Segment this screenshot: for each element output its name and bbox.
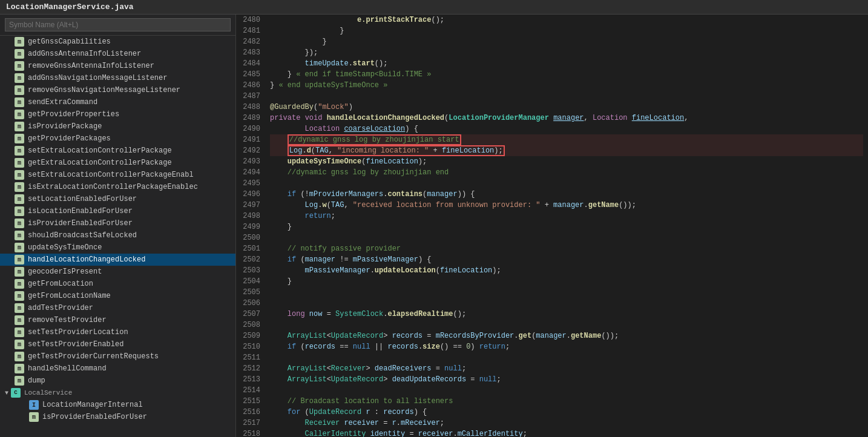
code-line [270, 91, 863, 102]
symbol-item[interactable]: msetTestProviderLocation [0, 326, 235, 338]
symbol-item[interactable]: mdump [0, 375, 235, 387]
method-icon: m [15, 231, 24, 240]
code-line: if (manager != mPassiveManager) { [270, 254, 863, 265]
symbol-item[interactable]: mremoveTestProvider [0, 314, 235, 326]
symbol-label: dump [28, 376, 45, 385]
symbol-label: removeGnssAntennaInfoListener [28, 62, 154, 70]
symbol-item[interactable]: msetExtraLocationControllerPackageEnabl [0, 169, 235, 181]
symbol-item[interactable]: misLocationEnabledForUser [0, 205, 235, 217]
code-line: mPassiveManager.updateLocation(fineLocat… [270, 265, 863, 276]
code-line: //dynamic gnss log by zhoujinjian start [270, 134, 863, 145]
symbol-label: addGnssAntennaInfoListener [28, 50, 141, 58]
symbol-label: setLocationEnabledForUser [28, 195, 137, 203]
symbol-label: getProviderPackages [28, 134, 111, 143]
symbol-label: getProviderProperties [28, 110, 119, 119]
symbol-item[interactable]: mremoveGnssAntennaInfoListener [0, 60, 235, 72]
method-icon: m [15, 267, 24, 277]
symbol-item[interactable]: mgetGnssCapabilities [0, 36, 235, 48]
symbol-item[interactable]: mgetExtraLocationControllerPackage [0, 157, 235, 169]
method-icon: m [15, 73, 24, 83]
code-line [270, 385, 863, 396]
symbol-label: isLocationEnabledForUser [28, 207, 133, 215]
symbol-item[interactable]: mgetFromLocation [0, 278, 235, 290]
search-box[interactable] [0, 15, 235, 36]
symbol-label: isProviderEnabledForUser [42, 413, 147, 421]
symbol-item[interactable]: maddGnssNavigationMessageListener [0, 72, 235, 84]
symbol-item[interactable]: mshouldBroadcastSafeLocked [0, 229, 235, 242]
code-line [270, 352, 863, 363]
symbol-item[interactable]: mgeocoderIsPresent [0, 266, 235, 278]
method-icon: m [15, 206, 24, 216]
method-icon: m [15, 218, 24, 228]
symbol-item[interactable]: mupdateSysTimeOnce [0, 242, 235, 254]
symbol-item[interactable]: msendExtraCommand [0, 96, 235, 108]
symbol-item[interactable]: maddGnssAntennaInfoListener [0, 48, 235, 60]
symbol-label: isProviderEnabledForUser [28, 219, 133, 228]
code-line: } [270, 222, 863, 232]
symbol-item[interactable]: ILocationManagerInternal [0, 399, 235, 411]
symbol-label: handleLocationChangedLocked [28, 255, 145, 264]
symbol-label: shouldBroadcastSafeLocked [28, 231, 137, 240]
symbol-item[interactable]: maddTestProvider [0, 302, 235, 314]
symbol-item[interactable]: misProviderEnabledForUser [0, 411, 235, 423]
symbol-label: setTestProviderEnabled [28, 340, 123, 349]
code-content[interactable]: e.printStackTrace(); } } }); timeUpdate.… [265, 15, 868, 437]
symbol-item[interactable]: misProviderPackage [0, 120, 235, 133]
symbol-item[interactable]: mgetFromLocationName [0, 290, 235, 302]
symbol-label: geocoderIsPresent [28, 268, 102, 276]
method-icon: m [15, 49, 24, 59]
method-icon: m [15, 146, 24, 156]
code-line: } [270, 36, 863, 47]
method-icon: m [15, 315, 24, 325]
method-icon: m [15, 243, 24, 252]
code-line: ArrayList<UpdateRecord> records = mRecor… [270, 330, 863, 341]
code-line: for (UpdateRecord r : records) { [270, 407, 863, 418]
symbol-item[interactable]: mgetTestProviderCurrentRequests [0, 350, 235, 363]
method-icon: m [15, 158, 24, 168]
symbol-item[interactable]: mhandleLocationChangedLocked [0, 254, 235, 266]
method-icon: m [15, 352, 24, 361]
symbol-item[interactable]: mhandleShellCommand [0, 363, 235, 375]
code-line: } [270, 25, 863, 36]
code-line [270, 298, 863, 309]
symbol-label: getFromLocationName [28, 292, 111, 300]
code-line: // Broadcast location to all listeners [270, 396, 863, 407]
method-icon: m [15, 110, 24, 119]
symbol-search-input[interactable] [5, 18, 231, 31]
symbol-label: addTestProvider [28, 304, 93, 312]
symbol-item[interactable]: misProviderEnabledForUser [0, 217, 235, 229]
title-bar: LocationManagerService.java [0, 0, 868, 15]
code-line: } « end if timeStamp<Build.TIME » [270, 69, 863, 80]
symbol-label: LocationManagerInternal [42, 401, 143, 409]
method-icon: m [15, 376, 24, 386]
symbol-item[interactable]: msetLocationEnabledForUser [0, 193, 235, 205]
method-icon: m [15, 279, 24, 289]
method-icon: m [15, 327, 24, 337]
section-header-local-service[interactable]: ▼CLocalService [0, 387, 235, 399]
method-icon: m [15, 303, 24, 313]
symbol-item[interactable]: mgetProviderProperties [0, 108, 235, 120]
symbol-item[interactable]: msetExtraLocationControllerPackage [0, 145, 235, 157]
symbol-item[interactable]: mremoveGnssNavigationMessageListener [0, 84, 235, 96]
symbol-label: getExtraLocationControllerPackage [28, 159, 172, 167]
symbol-item[interactable]: misExtraLocationControllerPackageEnablec [0, 181, 235, 193]
method-icon: m [15, 134, 24, 143]
symbol-item[interactable]: mgetProviderPackages [0, 133, 235, 145]
code-line: Receiver receiver = r.mReceiver; [270, 418, 863, 429]
code-line: return; [270, 211, 863, 222]
code-line: CallerIdentity identity = receiver.mCall… [270, 429, 863, 437]
symbol-label: sendExtraCommand [28, 98, 97, 107]
code-line: ArrayList<Receiver> deadReceivers = null… [270, 363, 863, 374]
symbol-label: getTestProviderCurrentRequests [28, 352, 159, 361]
symbol-item[interactable]: msetTestProviderEnabled [0, 338, 235, 350]
code-line: Log.d(TAG, "incoming location: " + fineL… [270, 145, 863, 156]
method-icon: m [15, 364, 24, 373]
main-container: mgetGnssCapabilitiesmaddGnssAntennaInfoL… [0, 15, 868, 437]
symbol-label: setExtraLocationControllerPackage [28, 146, 172, 155]
method-icon: m [15, 255, 24, 264]
code-line [270, 287, 863, 298]
method-icon: m [29, 412, 39, 422]
code-line [270, 178, 863, 189]
code-line: updateSysTimeOnce(fineLocation); [270, 156, 863, 167]
code-line [270, 320, 863, 330]
